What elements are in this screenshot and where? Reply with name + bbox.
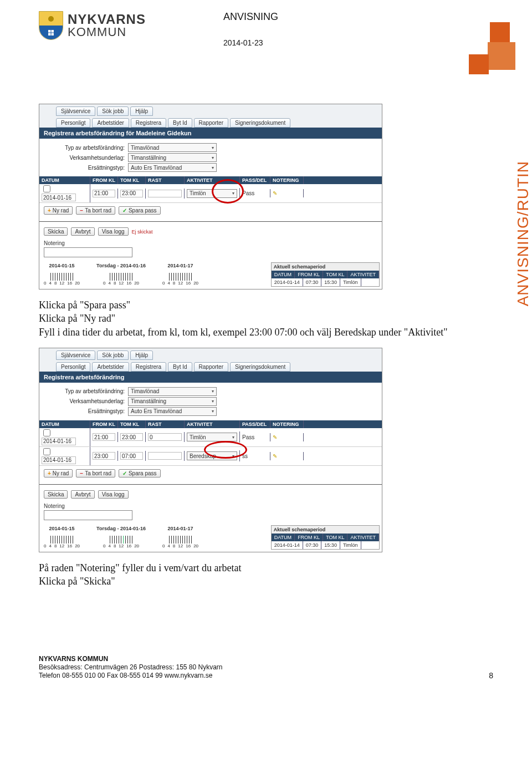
footer-address: Besöksadress: Centrumvägen 26 Postadress… (39, 663, 493, 671)
label-ers: Ersättningstyp: (45, 165, 128, 171)
col-pass: PASS/DEL (240, 176, 270, 184)
chevron-down-icon: ▾ (212, 165, 214, 170)
org-name-1: NYKVARNS (68, 13, 146, 26)
label-ers: Ersättningstyp: (45, 408, 128, 414)
notering-input[interactable] (44, 247, 132, 257)
label-typ: Typ av arbetsförändring: (45, 145, 128, 151)
tab-hjalp[interactable]: Hjälp (130, 106, 153, 116)
select-aktivitet[interactable]: Timlön▾ (187, 189, 237, 198)
doc-date: 2014-01-23 (223, 38, 493, 47)
col-tom: TOM KL (118, 176, 146, 184)
doc-title: ANVISNING (223, 11, 493, 23)
notering-input[interactable] (44, 510, 132, 520)
decorative-squares (466, 22, 515, 78)
row-checkbox[interactable] (43, 185, 50, 192)
instruction-line-3: Fyll i dina tider du arbetat, from kl, t… (39, 326, 493, 339)
row-checkbox[interactable] (43, 429, 50, 436)
note-icon[interactable]: ✎ (273, 434, 277, 440)
label-typ: Typ av arbetsförändring: (45, 388, 128, 394)
table-row: 2014-01-16 21:00 23:00 Timlön▾ Pass ✎ (39, 184, 382, 203)
select-aktivitet-beredskap[interactable]: Beredskap▾ (187, 451, 237, 460)
select-verk[interactable]: Timanställning▾ (128, 397, 217, 406)
tab-hjalp[interactable]: Hjälp (130, 350, 153, 360)
ta-bort-rad-button[interactable]: −Ta bort rad (76, 469, 115, 477)
cell-tom[interactable]: 23:00 (120, 190, 143, 197)
note-icon[interactable]: ✎ (273, 190, 277, 196)
svg-point-0 (48, 16, 54, 22)
instruction-line-5: Klicka på "Skicka" (39, 575, 493, 588)
skicka-button[interactable]: Skicka (44, 490, 68, 499)
instruction-line-2: Klicka på "Ny rad" (39, 312, 493, 325)
notering-label: Notering (44, 503, 377, 509)
app-screenshot-1: Självservice Sök jobb Hjälp Personligt A… (39, 104, 382, 289)
tab-registrera[interactable]: Registrera (131, 118, 166, 128)
org-name-2: KOMMUN (68, 26, 146, 38)
schemaperiod-panel: Aktuell schemaperiod DATUM FROM KL TOM K… (271, 525, 380, 550)
schemaperiod-title: Aktuell schemaperiod (272, 263, 379, 271)
col-from: FROM KL (90, 176, 118, 184)
tab-registrera[interactable]: Registrera (131, 362, 166, 372)
footer-org: NYKVARNS KOMMUN (39, 655, 493, 663)
ta-bort-rad-button[interactable]: −Ta bort rad (76, 206, 115, 215)
panel-title-2: Registrera arbetsförändring (39, 372, 382, 383)
visa-logg-button[interactable]: Visa logg (98, 490, 129, 499)
timeline-day-3: 2014-01-17 (167, 263, 193, 268)
spara-pass-button[interactable]: ✓Spara pass (119, 469, 161, 477)
panel-title-1: Registrera arbetsförändring för Madelein… (39, 128, 382, 139)
tab-signering[interactable]: Signeringsdokument (230, 362, 290, 372)
app-screenshot-2: Självservice Sök jobb Hjälp Personligt A… (39, 348, 382, 552)
ny-rad-button[interactable]: +Ny rad (44, 206, 73, 215)
chevron-down-icon: ▾ (212, 155, 214, 160)
timeline-day-1: 2014-01-15 (49, 263, 75, 268)
tab-arbetstider[interactable]: Arbetstider (92, 118, 129, 128)
shield-icon (39, 11, 63, 40)
ny-rad-button[interactable]: +Ny rad (44, 469, 73, 477)
ej-skickat-label: Ej skickat (132, 229, 153, 235)
cell-from[interactable]: 21:00 (93, 190, 115, 197)
tab-bytid[interactable]: Byt Id (168, 362, 192, 372)
select-ers[interactable]: Auto Ers Timavlönad▾ (128, 163, 217, 172)
tab-sjalvservice[interactable]: Självservice (56, 106, 95, 116)
note-icon[interactable]: ✎ (273, 453, 277, 459)
col-aktivitet: AKTIVITET (185, 176, 240, 184)
cell-rast[interactable] (148, 190, 182, 197)
label-verk: Verksamhetsunderlag: (45, 398, 128, 404)
instruction-line-4: På raden "Notering" fyller du i vem/vart… (39, 561, 493, 575)
avbryt-button[interactable]: Avbryt (71, 227, 94, 236)
org-logo: NYKVARNS KOMMUN (39, 11, 146, 40)
tab-arbetstider[interactable]: Arbetstider (92, 362, 129, 372)
side-vertical-label: ANVISNING/RUTIN (514, 161, 532, 306)
tab-personligt[interactable]: Personligt (56, 362, 90, 372)
select-typ[interactable]: Timavlönad▾ (128, 387, 217, 396)
tab-sokjobb[interactable]: Sök jobb (97, 350, 129, 360)
timeline-day-2: Torsdag - 2014-01-16 (96, 263, 146, 268)
cell-datum[interactable]: 2014-01-16 (42, 194, 76, 201)
col-rast: RAST (146, 176, 185, 184)
select-typ[interactable]: Timavlönad▾ (128, 143, 217, 152)
tab-sjalvservice[interactable]: Självservice (56, 350, 95, 360)
tab-rapporter[interactable]: Rapporter (194, 118, 228, 128)
avbryt-button[interactable]: Avbryt (71, 490, 94, 499)
visa-logg-button[interactable]: Visa logg (98, 227, 129, 236)
col-notering: NOTERING (270, 176, 304, 184)
table-row: 2014-01-16 21:00 23:00 0 Timlön▾ Pass ✎ (39, 428, 382, 447)
tab-signering[interactable]: Signeringsdokument (230, 118, 290, 128)
spara-pass-button[interactable]: ✓Spara pass (119, 206, 161, 215)
tab-rapporter[interactable]: Rapporter (194, 362, 228, 372)
table-row: 2014-01-16 23:00 07:00 Beredskap▾ ss ✎ (39, 447, 382, 466)
skicka-button[interactable]: Skicka (44, 227, 68, 236)
schemaperiod-panel: Aktuell schemaperiod DATUM FROM KL TOM K… (271, 262, 380, 287)
instruction-line-1: Klicka på "Spara pass" (39, 298, 493, 312)
row-checkbox[interactable] (43, 448, 50, 455)
select-ers[interactable]: Auto Ers Timavlönad▾ (128, 407, 217, 416)
select-aktivitet[interactable]: Timlön▾ (187, 433, 237, 441)
tab-sokjobb[interactable]: Sök jobb (97, 106, 129, 116)
chevron-down-icon: ▾ (212, 145, 214, 150)
tab-bytid[interactable]: Byt Id (168, 118, 192, 128)
label-verk: Verksamhetsunderlag: (45, 155, 128, 161)
col-datum: DATUM (39, 176, 90, 184)
tab-personligt[interactable]: Personligt (56, 118, 90, 128)
footer-contact: Telefon 08-555 010 00 Fax 08-555 014 99 … (39, 672, 493, 679)
cell-pass: Pass (240, 189, 270, 197)
select-verk[interactable]: Timanställning▾ (128, 153, 217, 162)
